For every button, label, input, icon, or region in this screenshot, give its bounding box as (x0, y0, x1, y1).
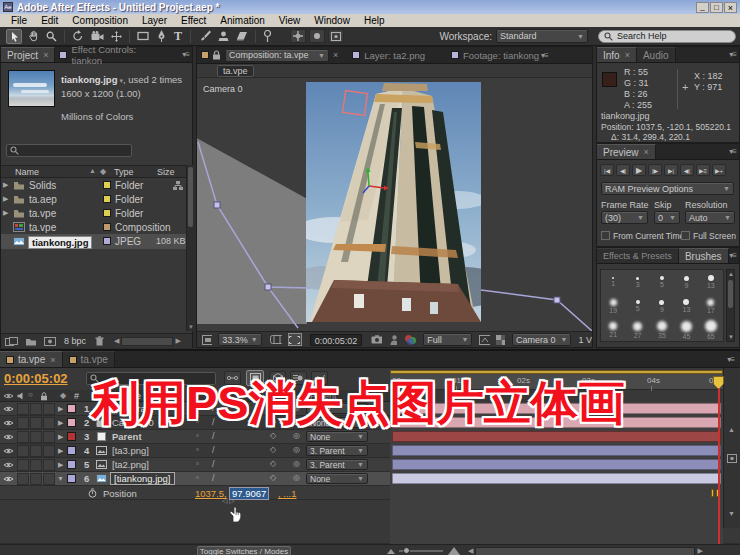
position-z-value[interactable]: , ...1 (278, 488, 296, 499)
view-axis-mode-button[interactable] (328, 29, 344, 43)
brush-preset[interactable]: 21 (601, 318, 625, 342)
brush-preset[interactable]: 5 (650, 270, 674, 294)
column-type[interactable]: Type (114, 167, 134, 177)
tab-preview[interactable]: Preview× (597, 144, 656, 159)
stopwatch-icon[interactable] (88, 488, 97, 498)
project-row-tavpe-comp[interactable]: ta.vpe Composition (1, 220, 186, 234)
panel-menu-icon[interactable]: ▾≡ (541, 51, 548, 60)
brush-preset[interactable]: 19 (601, 294, 625, 318)
layer-bar-6[interactable] (392, 473, 721, 484)
full-screen-checkbox[interactable] (681, 231, 690, 240)
tab-composition[interactable]: Composition: ta.vpe▼ (225, 49, 329, 62)
always-preview-icon[interactable] (202, 335, 212, 345)
brush-preset[interactable]: 9 (650, 294, 674, 318)
toggle-switches-modes-button[interactable]: Toggle Switches / Modes (197, 546, 291, 555)
scroll-up-icon[interactable]: ▲ (728, 426, 735, 433)
world-axis-mode-button[interactable] (309, 29, 325, 43)
layer-name[interactable]: [tiankong.jpg] (110, 472, 175, 485)
selection-tool[interactable] (6, 29, 22, 44)
brush-preset[interactable]: 27 (625, 318, 649, 342)
ram-preview-button[interactable]: ▶≡ (696, 164, 710, 176)
project-hscroll-left[interactable]: ◀ (114, 337, 119, 345)
layer-row-6[interactable]: ▼ 6 [tiankong.jpg] ▫/ ◇ ◎ None▼ (0, 472, 390, 486)
previous-frame-button[interactable]: ◀| (616, 164, 630, 176)
next-frame-button[interactable]: |▶ (648, 164, 662, 176)
zoom-out-icon[interactable] (387, 549, 395, 554)
label-swatch[interactable] (103, 237, 111, 245)
layer-color-swatch[interactable] (67, 418, 76, 427)
keyframe-navigator[interactable]: ◁ ▷ (222, 497, 235, 505)
project-row-taaep[interactable]: ▶ ta.aep Folder (1, 192, 186, 206)
show-snapshot-icon[interactable] (390, 335, 398, 345)
project-hscrollbar[interactable] (121, 337, 173, 346)
brushes-vscrollbar[interactable]: ▲ ▼ (726, 269, 735, 342)
menu-window[interactable]: Window (307, 15, 357, 26)
panel-menu-icon[interactable]: ▾≡ (182, 50, 189, 59)
panel-menu-icon[interactable]: ▾≡ (727, 355, 734, 364)
pick-whip-icon[interactable]: ◎ (293, 445, 300, 454)
position-label[interactable]: Position (103, 488, 137, 499)
new-folder-icon[interactable] (25, 337, 37, 346)
close-button[interactable]: × (724, 2, 737, 13)
pick-whip-icon[interactable]: ◎ (293, 459, 300, 468)
zoom-in-icon[interactable] (448, 547, 460, 555)
brush-preset[interactable]: 35 (650, 318, 674, 342)
composition-viewer[interactable]: Camera 0 (197, 78, 592, 331)
brush-preset[interactable]: 65 (699, 318, 723, 342)
interpret-footage-icon[interactable] (5, 337, 18, 346)
zoom-tool[interactable] (46, 31, 57, 42)
layer-color-swatch[interactable] (67, 460, 76, 469)
breadcrumb-comp-button[interactable]: ta.vpe (217, 65, 254, 77)
menu-effect[interactable]: Effect (174, 15, 213, 26)
parent-select[interactable]: 3. Parent▼ (306, 459, 368, 470)
pan-behind-tool[interactable] (111, 31, 122, 42)
layer-color-swatch[interactable] (67, 432, 76, 441)
menu-edit[interactable]: Edit (34, 15, 65, 26)
brush-preset[interactable]: 1 (601, 270, 625, 294)
eye-icon[interactable] (3, 447, 14, 455)
item-name[interactable]: ta.aep (29, 194, 57, 205)
tab-effect-controls[interactable]: Effect Controls: tiankon (71, 44, 163, 66)
tab-close-icon[interactable]: × (333, 50, 338, 60)
eye-icon[interactable] (3, 461, 14, 469)
tab-footage[interactable]: Footage: tiankong (463, 50, 539, 61)
first-frame-button[interactable]: |◀ (600, 164, 614, 176)
project-row-tavpe-folder[interactable]: ▶ ta.vpe Folder (1, 206, 186, 220)
comp-button-icon[interactable] (727, 454, 737, 463)
menu-animation[interactable]: Animation (213, 15, 271, 26)
audio-toggle-button[interactable]: ◀( (680, 164, 694, 176)
current-timecode[interactable]: 0:00:05:02 (4, 371, 68, 386)
timeline-hscrollbar[interactable] (475, 547, 695, 555)
local-axis-mode-button[interactable] (290, 29, 306, 43)
menu-file[interactable]: File (4, 15, 34, 26)
unified-camera-tool[interactable] (91, 31, 104, 41)
eye-icon[interactable] (3, 419, 14, 427)
ram-preview-options-select[interactable]: RAM Preview Options▼ (601, 182, 734, 195)
project-hscroll-right[interactable]: ▶ (175, 337, 180, 345)
tab-layer[interactable]: Layer: ta2.png (364, 50, 425, 61)
safe-margins-icon[interactable] (270, 334, 282, 345)
brush-preset[interactable]: 9 (674, 270, 698, 294)
skip-select[interactable]: 0▼ (654, 211, 680, 224)
parent-select[interactable]: 3. Parent▼ (306, 445, 368, 456)
scroll-down-icon[interactable]: ▼ (728, 510, 735, 517)
panel-menu-icon[interactable]: ▾≡ (729, 147, 736, 156)
minimize-button[interactable]: _ (696, 2, 709, 13)
resolution-select[interactable]: Full▼ (423, 333, 472, 346)
tab-brushes[interactable]: Brushes (679, 248, 729, 263)
lock-icon[interactable] (212, 50, 221, 60)
camera-motion-path[interactable] (197, 78, 592, 331)
viewer-timecode[interactable]: 0:00:05:02 (310, 334, 363, 346)
magnification-select[interactable]: 33.3%▼ (218, 333, 261, 346)
project-search-input[interactable] (6, 144, 132, 157)
project-row-solids[interactable]: ▶ Solids Folder (1, 178, 186, 192)
view-layout-value[interactable]: 1 V (578, 335, 592, 345)
tab-timeline-tavpe2[interactable]: ta.vpe (63, 351, 115, 367)
eye-icon[interactable] (3, 475, 14, 483)
label-column-icon[interactable]: ◆ (100, 167, 106, 176)
item-name[interactable]: tiankong.jpg (28, 236, 92, 249)
tab-info[interactable]: Info× (597, 47, 637, 62)
menu-help[interactable]: Help (357, 15, 392, 26)
brush-preset[interactable]: 13 (674, 294, 698, 318)
tab-audio[interactable]: Audio (637, 47, 676, 62)
